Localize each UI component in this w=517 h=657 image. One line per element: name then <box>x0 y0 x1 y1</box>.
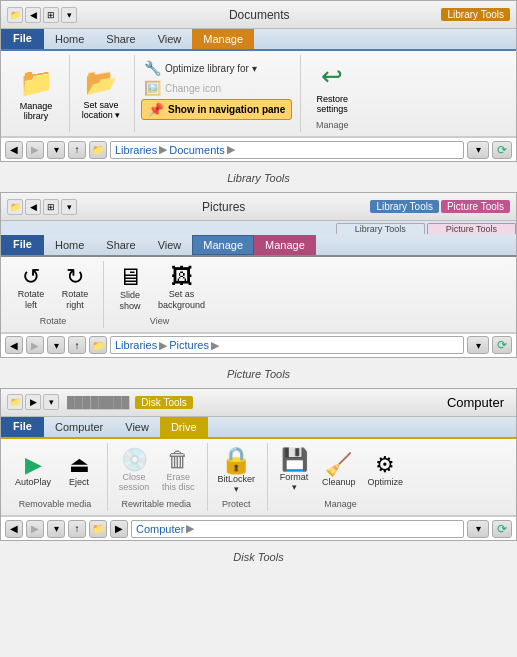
addr-fwd-btn-1[interactable]: ▶ <box>26 141 44 159</box>
picture-tools-address-bar: ◀ ▶ ▾ ↑ 📁 Libraries ▶ Pictures ▶ ▾ ⟳ <box>1 333 516 357</box>
disk-tb-icon-1[interactable]: 📁 <box>7 394 23 410</box>
addr-up-btn-1[interactable]: ↑ <box>68 141 86 159</box>
btn-set-background[interactable]: 🖼 Set asbackground <box>154 264 209 313</box>
btn-show-nav[interactable]: 📌 Show in navigation pane <box>141 99 292 120</box>
library-tools-badge: Library Tools <box>441 8 510 21</box>
btn-autoplay[interactable]: ▶ AutoPlay <box>11 452 55 490</box>
addr-dropdown-1[interactable]: ▾ <box>467 141 489 159</box>
btn-cleanup[interactable]: 🧹 Cleanup <box>318 452 360 490</box>
addr-fwd-btn-2[interactable]: ▶ <box>26 336 44 354</box>
slide-show-icon: 🖥 <box>118 265 142 289</box>
tab-home-1[interactable]: Home <box>44 29 95 49</box>
picture-tools-group-label: Picture Tools <box>427 223 516 234</box>
picture-tools-ribbon: ↺ Rotateleft ↻ Rotateright Rotate 🖥 Slid… <box>1 257 516 333</box>
disk-tb-icon-2[interactable]: ▶ <box>25 394 41 410</box>
btn-close-session[interactable]: 💿 Closesession <box>114 447 154 496</box>
optimize-label: Optimize <box>368 477 404 488</box>
disk-user-name: ████████ <box>59 396 129 408</box>
disk-tools-title: Computer <box>193 395 510 410</box>
pic-tb-icon-folder[interactable]: 📁 <box>7 199 23 215</box>
addr-libraries-link-2[interactable]: Libraries <box>115 339 157 351</box>
group-manage-disk: 💾 Format▾ 🧹 Cleanup ⚙ Optimize Manage <box>268 443 415 512</box>
addr-dropdown-3[interactable]: ▾ <box>467 520 489 538</box>
addr-path-3[interactable]: Computer ▶ <box>131 520 464 538</box>
addr-path-2[interactable]: Libraries ▶ Pictures ▶ <box>110 336 464 354</box>
tab-file-1[interactable]: File <box>1 29 44 49</box>
btn-eject[interactable]: ⏏ Eject <box>59 452 99 490</box>
pic-tb-icon-back[interactable]: ◀ <box>25 199 41 215</box>
removable-media-label: Removable media <box>19 499 92 509</box>
tab-view-2[interactable]: View <box>147 235 193 255</box>
addr-refresh-1[interactable]: ⟳ <box>492 141 512 159</box>
addr-drop-btn-2[interactable]: ▾ <box>47 336 65 354</box>
library-tools-address-bar: ◀ ▶ ▾ ↑ 📁 Libraries ▶ Documents ▶ ▾ ⟳ <box>1 137 516 161</box>
addr-drop-btn-1[interactable]: ▾ <box>47 141 65 159</box>
btn-optimize-library[interactable]: 🔧 Optimize library for ▾ <box>141 59 260 77</box>
pic-tb-icon-grid[interactable]: ⊞ <box>43 199 59 215</box>
btn-rotate-left[interactable]: ↺ Rotateleft <box>11 264 51 313</box>
group-rewritable-media: 💿 Closesession 🗑 Erasethis disc Rewritab… <box>108 443 208 512</box>
disk-tools-title-bar: 📁 ▶ ▾ ████████ Disk Tools Computer <box>1 389 516 417</box>
restore-icon: ↩ <box>321 61 343 92</box>
addr-folder-btn-2[interactable]: 📁 <box>89 336 107 354</box>
btn-optimize[interactable]: ⚙ Optimize <box>364 452 408 490</box>
optimize-icon: ⚙ <box>375 454 395 476</box>
tb-icon-back[interactable]: ◀ <box>25 7 41 23</box>
tab-manage-picture-2[interactable]: Manage <box>254 235 316 255</box>
group-restore: ↩ Restoresettings Manage <box>301 55 365 132</box>
tb-icon-folder[interactable]: 📁 <box>7 7 23 23</box>
addr-arrow-3[interactable]: ▶ <box>110 520 128 538</box>
btn-manage-library[interactable]: 📁 Managelibrary <box>11 62 61 125</box>
tab-share-1[interactable]: Share <box>95 29 146 49</box>
addr-up-btn-2[interactable]: ↑ <box>68 336 86 354</box>
addr-back-btn-1[interactable]: ◀ <box>5 141 23 159</box>
tab-home-2[interactable]: Home <box>44 235 95 255</box>
btn-restore-settings[interactable]: ↩ Restoresettings <box>307 57 357 118</box>
tab-computer-3[interactable]: Computer <box>44 417 114 437</box>
library-tools-ribbon: 📁 Managelibrary 📂 Set savelocation ▾ <box>1 51 516 137</box>
addr-documents-link-1[interactable]: Documents <box>169 144 225 156</box>
addr-refresh-2[interactable]: ⟳ <box>492 336 512 354</box>
addr-up-btn-3[interactable]: ↑ <box>68 520 86 538</box>
addr-libraries-link-1[interactable]: Libraries <box>115 144 157 156</box>
addr-back-btn-3[interactable]: ◀ <box>5 520 23 538</box>
manage-disk-label: Manage <box>324 499 357 509</box>
group-rotate: ↺ Rotateleft ↻ Rotateright Rotate <box>5 261 104 328</box>
tb-icon-drop[interactable]: ▾ <box>61 7 77 23</box>
tb-icon-grid[interactable]: ⊞ <box>43 7 59 23</box>
addr-refresh-3[interactable]: ⟳ <box>492 520 512 538</box>
addr-path-1[interactable]: Libraries ▶ Documents ▶ <box>110 141 464 159</box>
tab-view-1[interactable]: View <box>147 29 193 49</box>
btn-change-icon[interactable]: 🖼️ Change icon <box>141 79 224 97</box>
group-set-save: 📂 Set savelocation ▾ <box>70 55 135 132</box>
caption-picture-tools: Picture Tools <box>0 364 517 386</box>
addr-back-btn-2[interactable]: ◀ <box>5 336 23 354</box>
addr-folder-btn-1[interactable]: 📁 <box>89 141 107 159</box>
btn-erase-disc[interactable]: 🗑 Erasethis disc <box>158 447 199 496</box>
addr-drop-btn-3[interactable]: ▾ <box>47 520 65 538</box>
tab-manage-1[interactable]: Manage <box>192 29 254 49</box>
btn-set-save[interactable]: 📂 Set savelocation ▾ <box>76 63 126 124</box>
disk-tb-icon-3[interactable]: ▾ <box>43 394 59 410</box>
addr-folder-btn-3[interactable]: 📁 <box>89 520 107 538</box>
pic-tb-icon-drop[interactable]: ▾ <box>61 199 77 215</box>
tab-file-2[interactable]: File <box>1 235 44 255</box>
tab-manage-library-2[interactable]: Manage <box>192 235 254 255</box>
btn-format[interactable]: 💾 Format▾ <box>274 447 314 496</box>
restore-label: Restoresettings <box>316 94 348 114</box>
tab-view-3[interactable]: View <box>114 417 160 437</box>
tab-drive-3[interactable]: Drive <box>160 417 208 437</box>
group-protect: 🔒 BitLocker▾ Protect <box>208 443 269 512</box>
rotate-right-label: Rotateright <box>62 289 89 311</box>
btn-slide-show[interactable]: 🖥 Slideshow <box>110 263 150 314</box>
addr-computer-link-3[interactable]: Computer <box>136 523 184 535</box>
addr-sep-2a: ▶ <box>159 339 167 352</box>
addr-fwd-btn-3[interactable]: ▶ <box>26 520 44 538</box>
tab-share-2[interactable]: Share <box>95 235 146 255</box>
btn-bitlocker[interactable]: 🔒 BitLocker▾ <box>214 445 260 498</box>
btn-rotate-right[interactable]: ↻ Rotateright <box>55 264 95 313</box>
addr-dropdown-2[interactable]: ▾ <box>467 336 489 354</box>
addr-pictures-link-2[interactable]: Pictures <box>169 339 209 351</box>
group-view-picture: 🖥 Slideshow 🖼 Set asbackground View <box>104 261 217 328</box>
tab-file-3[interactable]: File <box>1 417 44 437</box>
